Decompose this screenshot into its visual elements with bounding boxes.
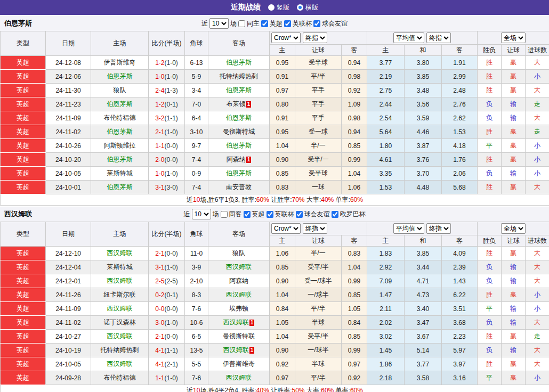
avg-draw-odds: 3.80 [405,56,442,70]
horizontal-layout-label[interactable]: 横版 [305,3,318,12]
scope-select[interactable]: 全场 [501,32,526,43]
result-outcome: 胜 [478,330,502,344]
fulltime-score: 3-0 [155,319,164,326]
score-cell: 1-2(0-1) [149,97,185,111]
summary-text: 60% [321,387,334,392]
result-goals: 大 [526,344,549,357]
radio-icon[interactable] [297,4,303,11]
summary-text: 60% [350,387,363,392]
bookmaker-select[interactable]: Crow* [271,32,301,43]
match-date: 24-10-19 [46,344,91,357]
sub-column-header: 客 [342,45,367,56]
corners-cell: 7-4 [185,181,208,194]
avg-away-odds: 4.18 [442,139,478,153]
summary-text: 让胜率: [269,196,292,203]
radio-icon[interactable] [268,4,274,11]
match-date: 24-12-06 [46,70,91,84]
crow-home-odds: 0.90 [270,153,295,167]
sub-column-header: 主 [270,45,295,56]
league-checkbox[interactable] [267,211,273,218]
column-header: 比分(半场) [149,31,185,56]
summary-text: 场,胜4平2负4, 胜率: [200,387,256,392]
bookmaker-odds-type-select[interactable]: 终指 [303,32,327,43]
home-team-name: 伯恩茅斯 [107,72,133,80]
avg-away-odds: 3.97 [442,357,478,371]
table-row: 英超24-10-19托特纳姆热刺4-1(1-1)13-5西汉姆联10.90一/球… [1,344,549,357]
result-handicap: 输 [502,316,526,330]
avg-draw-odds: 3.67 [405,330,442,344]
scope-select[interactable]: 全场 [501,223,526,234]
score-cell: 2-1(0-0) [149,247,185,260]
vertical-layout-radio[interactable]: 竖版 [268,3,289,12]
away-team-cell: 伊普斯维奇 [208,357,270,371]
avg-home-odds: 2.54 [367,111,405,125]
crow-away-odds: 0.92 [342,84,367,97]
average-odds-type-select[interactable]: 终指 [426,32,451,43]
home-team-cell: 莱斯特城 [91,260,149,274]
match-date: 24-11-26 [46,288,91,302]
match-type: 英超 [1,111,46,125]
halftime-score: (0-0) [165,333,178,340]
avg-home-odds: 3.77 [367,56,405,70]
league-checkbox[interactable] [332,211,338,218]
away-team-name: 布莱顿 [227,100,246,108]
vertical-layout-label[interactable]: 竖版 [277,3,289,12]
avg-home-odds: 1.80 [367,139,405,153]
recent-count-select[interactable]: 10 [209,18,229,29]
sub-column-header: 让球 [295,45,342,56]
same-venue-checkbox[interactable] [238,20,245,27]
same-venue-checkbox[interactable] [221,211,228,218]
horizontal-layout-radio[interactable]: 横版 [297,3,318,12]
score-cell: 1-1(0-0) [149,139,185,153]
corners-cell: 2-10 [185,274,208,288]
crow-away-odds: 0.97 [342,357,367,371]
result-handicap: 赢 [502,357,526,371]
home-team-name: 西汉姆联 [107,360,133,368]
home-team-cell: 布伦特福德 [91,371,149,385]
average-controls: 平均值终指 [367,223,477,234]
league-checkbox[interactable] [244,211,251,218]
crow-home-odds: 1.06 [270,247,295,260]
result-outcome: 负 [478,316,502,330]
away-team-name: 曼彻斯特联 [223,332,255,340]
bookmaker-select[interactable]: Crow* [271,223,301,234]
league-checkbox[interactable] [261,20,268,27]
fulltime-score: 2-1 [155,250,164,257]
score-cell: 2-5(2-5) [149,274,185,288]
match-date: 24-10-20 [46,153,91,167]
league-checkbox[interactable] [313,20,320,27]
home-team-name: 诺丁汉森林 [104,318,136,326]
league-checkbox[interactable] [296,211,303,218]
bookmaker-odds-type-select[interactable]: 终指 [303,223,327,234]
league-label: 球会友谊 [322,19,348,28]
away-team-name: 埃弗顿 [229,305,248,312]
average-select[interactable]: 平均值 [393,32,424,43]
match-date: 24-10-01 [46,181,91,194]
result-goals: 大 [526,84,549,97]
halftime-score: (1-0) [165,319,178,326]
result-goals: 大 [526,111,549,125]
result-handicap: 赢 [502,288,526,302]
summary-text: 场,胜6平1负3, 胜率: [200,196,256,203]
result-goals: 小 [526,70,549,84]
crow-away-odds: 0.85 [342,330,367,344]
avg-home-odds: 2.44 [367,97,405,111]
average-odds-type-select[interactable]: 终指 [426,223,451,234]
bookmaker-controls: Crow*终指 [270,32,367,43]
summary-text: 60% [256,196,269,203]
league-checkbox[interactable] [284,20,291,27]
home-team-name: 西汉姆联 [107,332,133,340]
sub-column-header: 让球 [295,235,342,247]
match-type: 英超 [1,70,46,84]
away-team-cell: 伯恩茅斯 [208,111,270,125]
result-goals: 小 [526,167,549,181]
average-select[interactable]: 平均值 [393,223,424,234]
corners-cell: 11-0 [185,247,208,260]
away-team-cell: 曼彻斯特城 [208,125,270,139]
column-header: 类型 [1,222,46,247]
column-header: 日期 [46,31,91,56]
recent-count-select[interactable]: 10 [192,209,211,219]
home-team-cell: 莱斯特城 [91,167,149,181]
summary-text: 大率: [305,196,321,203]
sub-column-header: 客 [442,235,478,247]
